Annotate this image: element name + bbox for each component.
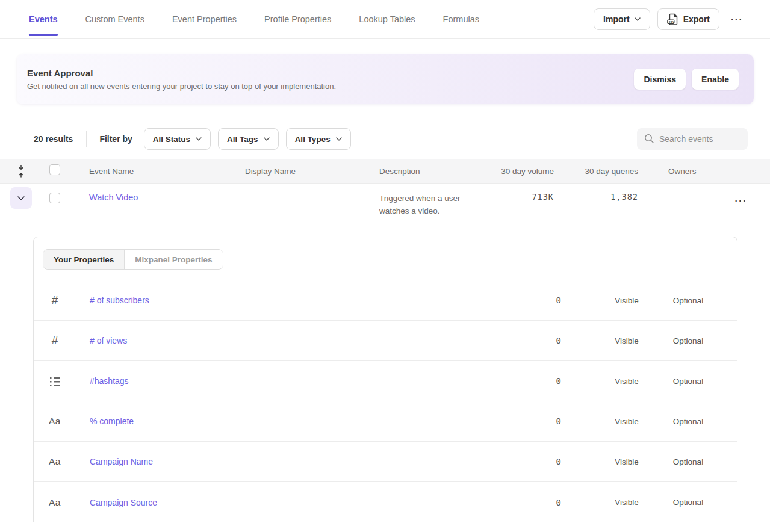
results-count: 20 results xyxy=(34,134,73,144)
tab-formulas[interactable]: Formulas xyxy=(443,0,479,38)
more-options-button[interactable]: ⋯ xyxy=(727,11,746,28)
search-icon xyxy=(644,134,654,144)
property-count: 0 xyxy=(524,336,596,345)
row-more-options-icon: ⋯ xyxy=(734,194,747,207)
tags-filter-dropdown[interactable]: All Tags xyxy=(218,128,279,150)
import-button-label: Import xyxy=(603,14,630,24)
property-count: 0 xyxy=(524,376,596,386)
dismiss-button[interactable]: Dismiss xyxy=(634,69,686,90)
property-name-link[interactable]: Campaign Source xyxy=(76,498,157,507)
property-visibility: Visible xyxy=(596,457,657,466)
search-events xyxy=(637,128,748,150)
property-requirement: Optional xyxy=(657,377,719,386)
tab-events-label: Events xyxy=(29,14,58,24)
more-options-icon: ⋯ xyxy=(730,13,742,26)
row-more-options-button[interactable]: ⋯ xyxy=(731,192,750,209)
column-header-display-name: Display Name xyxy=(234,167,368,176)
types-filter-dropdown[interactable]: All Types xyxy=(286,128,351,150)
chevron-down-icon xyxy=(635,17,641,21)
event-name-cell: Watch Video xyxy=(78,192,234,203)
tab-lookup-tables[interactable]: Lookup Tables xyxy=(359,0,415,38)
svg-text:csv: csv xyxy=(668,20,674,23)
property-type-cell xyxy=(34,377,76,386)
tab-mixpanel-properties[interactable]: Mixpanel Properties xyxy=(125,250,222,269)
chevron-down-icon xyxy=(264,137,270,141)
property-name-link[interactable]: # of subscribers xyxy=(76,295,149,305)
event-row-watch-video: Watch Video Triggered when a user watche… xyxy=(0,184,770,228)
select-all-cell xyxy=(42,164,78,178)
text-icon xyxy=(49,497,61,508)
filter-by-label: Filter by xyxy=(99,134,132,144)
row-actions: ⋯ xyxy=(710,192,770,209)
collapse-row-button[interactable] xyxy=(10,187,32,209)
filter-bar: 20 results Filter by All Status All Tags… xyxy=(34,128,758,150)
import-button[interactable]: Import xyxy=(594,8,650,30)
list-icon xyxy=(50,377,60,386)
property-requirement: Optional xyxy=(657,296,719,305)
top-navigation: Events Custom Events Event Properties Pr… xyxy=(0,0,770,39)
banner-actions: Dismiss Enable xyxy=(634,69,739,90)
property-visibility: Visible xyxy=(596,377,657,386)
property-type-cell xyxy=(34,456,76,467)
events-table-header: Event Name Display Name Description 30 d… xyxy=(0,159,770,184)
banner-title: Event Approval xyxy=(27,68,336,78)
tab-event-properties[interactable]: Event Properties xyxy=(172,0,237,38)
column-header-event-name: Event Name xyxy=(78,167,234,176)
property-row: #hashtags 0 Visible Optional xyxy=(34,361,737,401)
tab-profile-properties-label: Profile Properties xyxy=(264,14,331,24)
chevron-down-icon xyxy=(17,196,25,200)
property-name-link[interactable]: # of views xyxy=(76,336,127,345)
property-name-link[interactable]: #hashtags xyxy=(76,376,129,386)
hash-icon xyxy=(52,294,58,307)
property-requirement: Optional xyxy=(657,498,719,507)
tab-your-properties[interactable]: Your Properties xyxy=(43,250,125,269)
property-requirement: Optional xyxy=(657,336,719,345)
hash-icon xyxy=(52,334,58,347)
chevron-down-icon xyxy=(336,137,342,141)
property-count: 0 xyxy=(524,295,596,305)
tab-lookup-tables-label: Lookup Tables xyxy=(359,14,415,24)
export-button-label: Export xyxy=(683,14,710,24)
text-icon xyxy=(49,456,61,467)
property-type-cell xyxy=(34,294,76,307)
expander-cell xyxy=(0,192,42,209)
select-all-checkbox[interactable] xyxy=(49,164,60,175)
property-type-cell xyxy=(34,497,76,508)
types-filter-label: All Types xyxy=(295,135,331,144)
event-volume: 713K xyxy=(483,192,554,202)
event-name-link[interactable]: Watch Video xyxy=(78,193,138,202)
nav-tabs: Events Custom Events Event Properties Pr… xyxy=(29,0,479,38)
enable-button[interactable]: Enable xyxy=(692,69,739,90)
tab-event-properties-label: Event Properties xyxy=(172,14,237,24)
tab-events[interactable]: Events xyxy=(29,0,58,38)
tab-custom-events[interactable]: Custom Events xyxy=(85,0,144,38)
property-count: 0 xyxy=(524,416,596,426)
event-description: Triggered when a user watches a video. xyxy=(368,192,483,217)
column-header-volume: 30 day volume xyxy=(483,167,554,176)
property-requirement: Optional xyxy=(657,417,719,426)
tags-filter-label: All Tags xyxy=(227,135,258,144)
property-count: 0 xyxy=(524,457,596,466)
tab-profile-properties[interactable]: Profile Properties xyxy=(264,0,331,38)
collapse-all-icon[interactable] xyxy=(0,165,42,178)
tab-formulas-label: Formulas xyxy=(443,14,479,24)
export-button[interactable]: csv Export xyxy=(657,8,719,30)
row-checkbox[interactable] xyxy=(49,193,60,203)
property-name-link[interactable]: Campaign Name xyxy=(76,457,153,466)
property-name-link[interactable]: % complete xyxy=(76,416,134,426)
text-icon xyxy=(49,416,61,427)
column-header-owners: Owners xyxy=(638,167,710,176)
lexicon-events-page: Events Custom Events Event Properties Pr… xyxy=(0,0,770,532)
property-requirement: Optional xyxy=(657,457,719,466)
property-visibility: Visible xyxy=(596,498,657,507)
banner-text: Event Approval Get notified on all new e… xyxy=(27,68,336,91)
nav-actions: Import csv Export ⋯ xyxy=(594,8,746,30)
property-count: 0 xyxy=(524,498,596,507)
csv-file-icon: csv xyxy=(667,13,678,25)
property-row: Campaign Name 0 Visible Optional xyxy=(34,442,737,482)
divider xyxy=(86,131,87,147)
event-approval-banner: Event Approval Get notified on all new e… xyxy=(17,54,754,104)
event-queries: 1,382 xyxy=(554,192,638,202)
status-filter-dropdown[interactable]: All Status xyxy=(144,128,211,150)
column-header-description: Description xyxy=(368,167,483,176)
